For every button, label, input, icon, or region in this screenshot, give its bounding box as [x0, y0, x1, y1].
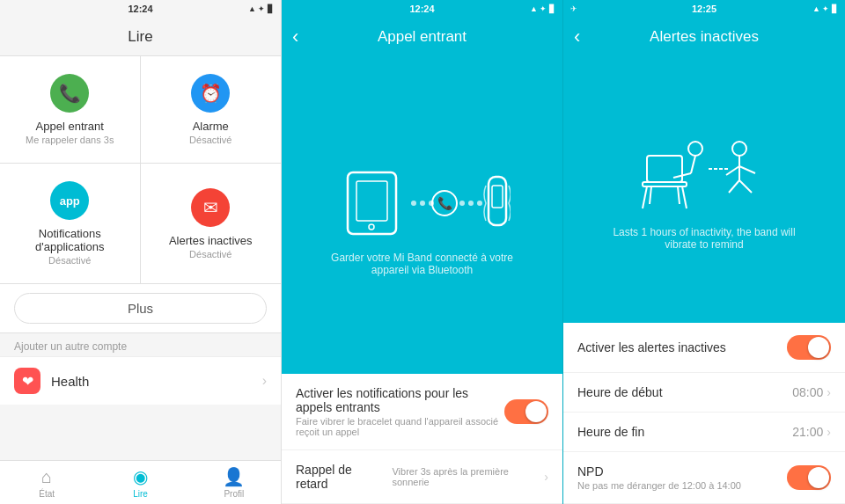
heure-fin-label: Heure de fin [577, 425, 792, 439]
header-title-lire: Lire [128, 28, 152, 46]
health-label: Health [51, 374, 262, 389]
alertes-main-toggle[interactable] [787, 335, 831, 360]
plus-section: Plus [0, 284, 281, 333]
nav-etat[interactable]: ⌂ État [0, 461, 93, 504]
grid-item-alertes[interactable]: ✉ Alertes inactives Désactivé [141, 164, 282, 283]
appel-icon: 📞 [50, 74, 89, 113]
nav-lire[interactable]: ◉ Lire [93, 461, 187, 504]
heure-debut-chevron-icon: › [827, 385, 831, 399]
alarme-label: Alarme [193, 120, 229, 133]
health-row[interactable]: ❤ Health › [0, 356, 281, 405]
alertes-illustration-area: Lasts 1 hours of inactivity, the band wi… [563, 56, 845, 323]
grid-item-appel[interactable]: 📞 Appel entrant Me rappeler dans 3s [0, 56, 141, 164]
svg-line-17 [650, 186, 651, 204]
panel-appel-entrant: 12:24 ▲ ✦ ▊ ‹ Appel entrant 📞 [282, 0, 563, 504]
rappel-chevron-icon: › [544, 470, 548, 484]
svg-line-26 [729, 180, 739, 193]
heure-fin-value: 21:00 [792, 425, 823, 439]
heure-debut-right: 08:00 › [792, 385, 831, 399]
grid-item-notif[interactable]: app Notifications d'applications Désacti… [0, 164, 141, 283]
alertes-sub: Désactivé [189, 249, 231, 259]
status-bar-2: 12:24 ▲ ✦ ▊ [282, 0, 562, 18]
back-button-alertes[interactable]: ‹ [574, 27, 580, 47]
svg-rect-12 [492, 186, 503, 208]
nav-profil-label: Profil [224, 489, 244, 499]
npd-toggle[interactable] [787, 465, 831, 490]
panel-alertes-inactives: 12:25 ▲ ✦ ▊ ✈ ‹ Alertes inactives [563, 0, 845, 504]
nav-lire-label: Lire [133, 489, 148, 499]
npd-label-wrap: NPD Ne pas me déranger de 12:00 à 14:00 [577, 464, 787, 491]
grid-item-alarme[interactable]: ⏰ Alarme Désactivé [141, 56, 282, 164]
bottom-nav: ⌂ État ◉ Lire 👤 Profil [0, 460, 281, 504]
svg-point-3 [411, 201, 416, 206]
rappel-label: Rappel de retard [296, 463, 385, 491]
nav-etat-label: État [39, 489, 55, 499]
notif-sub: Désactivé [48, 255, 91, 266]
status-left-3: ✈ [570, 0, 577, 18]
appel-caption: Garder votre Mi Band connecté à votre ap… [299, 252, 545, 276]
svg-line-16 [682, 186, 687, 208]
header-alertes: ‹ Alertes inactives [563, 18, 845, 56]
alertes-icon: ✉ [191, 188, 230, 227]
nav-profil[interactable]: 👤 Profil [187, 461, 281, 504]
appel-settings: Activer les notifications pour les appel… [282, 374, 562, 504]
rappel-sub: Vibrer 3s après la première sonnerie [392, 466, 544, 487]
svg-point-4 [420, 201, 425, 206]
lire-nav-icon: ◉ [133, 466, 148, 487]
add-account-label: Ajouter un autre compte [14, 340, 267, 353]
heure-fin-right: 21:00 › [792, 425, 831, 439]
heure-debut-row[interactable]: Heure de début 08:00 › [563, 373, 845, 413]
heure-debut-label: Heure de début [577, 385, 792, 399]
npd-sub: Ne pas me déranger de 12:00 à 14:00 [577, 480, 787, 491]
notif-label: Notifications d'applications [9, 227, 131, 253]
heure-debut-value: 08:00 [792, 385, 823, 399]
svg-rect-14 [647, 156, 682, 182]
svg-point-10 [477, 201, 482, 206]
notif-toggle-label: Activer les notifications pour les appel… [296, 386, 504, 414]
svg-text:📞: 📞 [437, 196, 452, 211]
back-button-appel[interactable]: ‹ [292, 27, 298, 47]
status-bar-1: 12:24 ▲ ✦ ▊ [0, 0, 281, 18]
plus-button[interactable]: Plus [14, 293, 267, 324]
notif-icon: app [50, 181, 89, 220]
status-time-3: 12:25 [563, 0, 845, 18]
svg-rect-1 [356, 181, 387, 221]
alertes-toggle-row: Activer les alertes inactives [563, 323, 845, 373]
notif-toggle[interactable] [504, 399, 548, 424]
svg-line-18 [678, 186, 680, 204]
health-icon: ❤ [14, 368, 40, 394]
feature-grid: 📞 Appel entrant Me rappeler dans 3s ⏰ Al… [0, 56, 281, 284]
rappel-row[interactable]: Rappel de retard Vibrer 3s après la prem… [282, 450, 562, 504]
npd-label: NPD [577, 464, 787, 478]
alarme-icon: ⏰ [191, 74, 230, 113]
svg-line-27 [739, 180, 752, 193]
alertes-label: Alertes inactives [169, 234, 253, 247]
alertes-illustration [625, 129, 783, 226]
svg-point-8 [459, 201, 465, 206]
toggle-thumb-alertes [808, 337, 829, 358]
status-icons-1: ▲ ✦ ▊ [248, 0, 274, 18]
panel-lire: 12:24 ▲ ✦ ▊ Lire 📞 Appel entrant Me rapp… [0, 0, 282, 504]
alarme-sub: Désactivé [189, 135, 231, 145]
appel-label: Appel entrant [36, 120, 104, 133]
alertes-caption: Lasts 1 hours of inactivity, the band wi… [581, 226, 827, 251]
alertes-toggle-label-wrap: Activer les alertes inactives [577, 340, 787, 354]
health-chevron-icon: › [262, 373, 267, 389]
status-icons-2: ▲ ✦ ▊ [530, 0, 555, 18]
header-title-appel: Appel entrant [378, 28, 467, 46]
svg-point-19 [688, 142, 702, 156]
account-section: Ajouter un autre compte [0, 333, 281, 356]
status-time-1: 12:24 [0, 0, 281, 18]
heure-fin-label-wrap: Heure de fin [577, 425, 792, 439]
svg-line-24 [726, 166, 739, 175]
notif-toggle-sub: Faire vibrer le bracelet quand l'apparei… [296, 416, 504, 437]
alertes-toggle-label: Activer les alertes inactives [577, 340, 787, 354]
svg-line-20 [691, 156, 695, 173]
heure-fin-row[interactable]: Heure de fin 21:00 › [563, 413, 845, 452]
svg-rect-11 [489, 177, 506, 225]
status-bar-3: 12:25 ▲ ✦ ▊ ✈ [563, 0, 845, 18]
npd-row: NPD Ne pas me déranger de 12:00 à 14:00 [563, 452, 845, 504]
heure-debut-label-wrap: Heure de début [577, 385, 792, 399]
svg-point-9 [468, 201, 474, 206]
toggle-thumb-notif [525, 401, 547, 422]
